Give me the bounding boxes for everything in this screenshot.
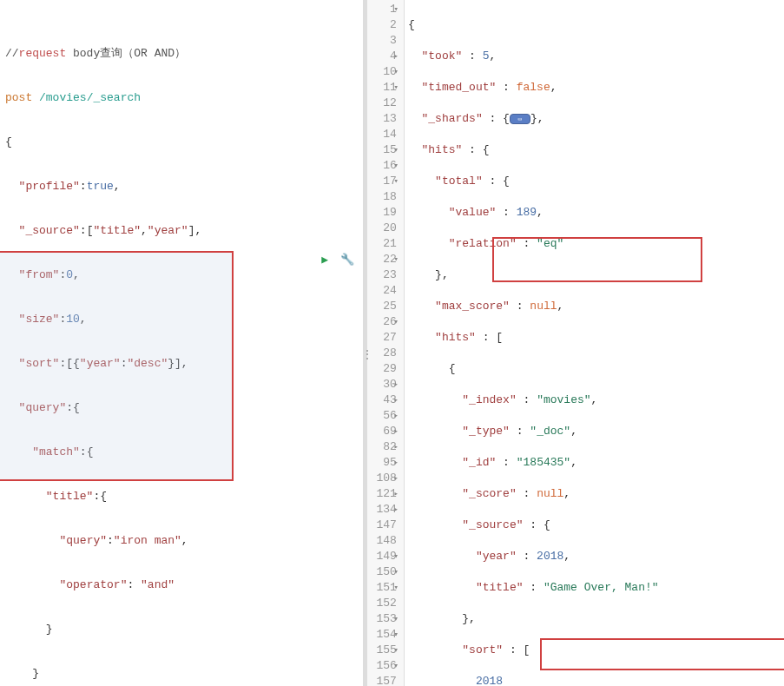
response-code[interactable]: { "took" : 5, "timed_out" : false, "_sha…	[405, 0, 784, 686]
pane-divider[interactable]	[363, 0, 367, 686]
response-pane: 1▾234▸10▾11▾12131415▾16▾17▾1819202122▾23…	[367, 0, 784, 686]
request-code[interactable]: //request body查询（OR AND） post /movies/_s…	[0, 0, 363, 686]
fold-badge[interactable]: ▭	[510, 114, 530, 124]
line-gutter: 1▾234▸10▾11▾12131415▾16▾17▾1819202122▾23…	[367, 0, 405, 686]
request-editor-pane[interactable]: //request body查询（OR AND） post /movies/_s…	[0, 0, 363, 686]
settings-icon[interactable]: 🔧	[340, 254, 354, 267]
action-icons: ▶ 🔧	[321, 253, 354, 267]
run-icon[interactable]: ▶	[321, 254, 328, 267]
